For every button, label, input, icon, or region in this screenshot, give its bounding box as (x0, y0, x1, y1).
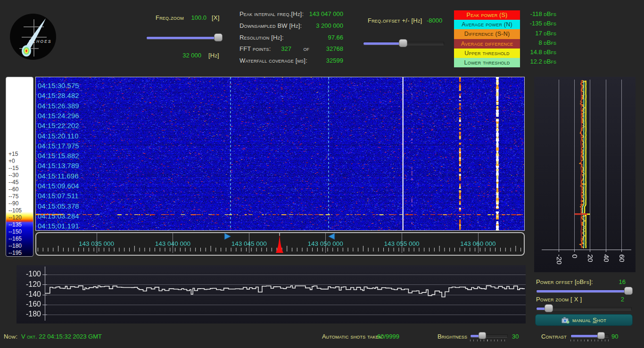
colorbar-label: --90 (8, 200, 18, 207)
info-row-downsampled-bw: Downsampled BW [Hz]: 3 200 000 (239, 22, 343, 31)
brightness-slider[interactable] (470, 332, 508, 339)
camera-plus-icon (561, 317, 570, 324)
marker-legend: Peak power (S)Average power (N)Differenc… (454, 10, 520, 67)
legend-button-upper-threshold[interactable]: Upper threshold (454, 49, 520, 58)
power-offset-slider-handle[interactable] (624, 287, 633, 295)
freq-zoom-slider[interactable] (146, 33, 222, 41)
freq-zoom-unit: [X] (212, 14, 220, 21)
colorbar-label: --165 (8, 235, 22, 242)
info-value: 97.66 (328, 34, 343, 41)
brightness-value: 30 (512, 333, 519, 340)
legend-button-average-power-n[interactable]: Average power (N) (454, 20, 520, 29)
info-label: Resolution [Hz]: (239, 34, 284, 41)
legend-button-peak-power-s[interactable]: Peak power (S) (454, 10, 520, 20)
info-row-waterfall-coverage: Waterfall coverage [ms]: 32599 (239, 57, 343, 65)
contrast-slider-handle[interactable] (597, 332, 605, 339)
power-spectrum-panel (534, 77, 636, 272)
freq-offset-label: Freq.offset +/- [Hz] (368, 17, 422, 24)
power-zoom-slider-handle[interactable] (545, 304, 553, 312)
info-label: Downsampled BW [Hz]: (239, 22, 302, 29)
waterfall-frame (35, 77, 525, 231)
colorbar-label: --135 (8, 221, 22, 228)
signal-info-panel: Peak interval freq.[Hz]: 143 047 000 Dow… (239, 10, 343, 70)
frequency-scale-frame (35, 232, 525, 256)
manual-shot-label: manual Shot (572, 316, 606, 324)
power-colorbar: +15+0--15--30--45--60--75--90--105--120-… (6, 77, 33, 257)
colorbar-label: --195 (8, 250, 22, 256)
fft-points-of: of (304, 45, 310, 52)
info-row-resolution: Resolution [Hz]: 97.66 (239, 34, 343, 42)
app-window: ECHOES Freq.zoom 100.0 [X] 32 000 [Hz] P… (0, 0, 644, 348)
legend-value: 17 dBfs (517, 29, 556, 38)
brightness-label: Brightness (438, 333, 467, 340)
legend-value: 14.8 dBfs (517, 48, 556, 57)
contrast-slider-ticks (570, 340, 609, 341)
brightness-slider-handle[interactable] (479, 332, 486, 339)
power-offset-value: 16 (585, 278, 626, 285)
fft-points-total: 32768 (326, 45, 343, 52)
shots-taken-label: Automatic shots taken: (322, 333, 383, 340)
colorbar-label: --120 (8, 214, 22, 221)
meteor-logo-icon: ECHOES (9, 13, 57, 60)
colorbar-label: --60 (8, 186, 18, 193)
colorbar-label: --30 (8, 172, 18, 178)
legend-value: -118 dBfs (517, 9, 556, 19)
contrast-slider[interactable] (570, 332, 609, 339)
marker-legend-values: -118 dBfs-135 dBfs17 dBfs8 dBfs14.8 dBfs… (517, 9, 556, 67)
waterfall-display[interactable] (36, 77, 524, 230)
contrast-label: Contrast (541, 333, 567, 340)
power-zoom-label: Power zoom [ X ] (536, 296, 582, 303)
legend-button-lower-threshold[interactable]: Lower threshold (454, 58, 520, 67)
power-spectrum-plot (534, 77, 636, 272)
info-value: 32599 (326, 57, 343, 64)
legend-value: -135 dBfs (517, 19, 556, 28)
info-value: 143 047 000 (309, 10, 343, 17)
echoes-logo: ECHOES (9, 13, 57, 60)
freq-span-value: 32 000 (178, 52, 201, 59)
fft-points-used: 327 (281, 45, 291, 52)
svg-text:ECHOES: ECHOES (29, 40, 52, 44)
legend-button-average-difference[interactable]: Average difference (454, 39, 520, 49)
frequency-scale[interactable] (36, 233, 522, 253)
freq-zoom-slider-handle[interactable] (214, 33, 223, 41)
info-row-peak-interval-freq: Peak interval freq.[Hz]: 143 047 000 (239, 10, 343, 19)
average-spectrum-panel (17, 265, 526, 324)
average-spectrum-plot (17, 265, 526, 324)
colorbar-label: +0 (8, 158, 15, 164)
power-zoom-value: 2 (585, 296, 624, 303)
info-label: Peak interval freq.[Hz]: (239, 10, 304, 17)
freq-span-unit: [Hz] (208, 52, 219, 59)
info-label: FFT points: (239, 45, 271, 52)
colorbar-label: --180 (8, 243, 22, 249)
shots-taken-value: 60/9999 (377, 333, 399, 340)
freq-zoom-label: Freq.zoom (156, 14, 184, 21)
info-value: 3 200 000 (316, 22, 343, 29)
brightness-slider-ticks (470, 340, 508, 341)
colorbar-label: --45 (8, 179, 18, 186)
legend-value: 8 dBfs (517, 38, 556, 48)
power-zoom-slider[interactable] (536, 304, 632, 312)
freq-offset-slider-handle[interactable] (399, 39, 407, 47)
colorbar-label: +15 (8, 151, 18, 157)
legend-value: 12.2 dBfs (517, 57, 556, 66)
now-value: V окт. 22 04:15:32 2023 GMT (21, 333, 102, 340)
contrast-value: 90 (611, 333, 618, 340)
freq-zoom-value: 100.0 (188, 14, 206, 21)
info-label: Waterfall coverage [ms]: (239, 57, 307, 64)
info-row-fft-points: FFT points: 327 of 32768 (239, 45, 343, 54)
colorbar-label: --15 (8, 165, 18, 171)
colorbar-label: --150 (8, 228, 22, 235)
colorbar-label: --105 (8, 207, 22, 214)
now-label: Now: (4, 333, 17, 340)
freq-offset-value: -8000 (427, 17, 442, 24)
freq-offset-slider[interactable] (363, 39, 444, 47)
legend-button-difference-s-n[interactable]: Difference (S-N) (454, 29, 520, 39)
power-offset-slider[interactable] (536, 287, 632, 294)
colorbar-label: --75 (8, 193, 18, 200)
manual-shot-button[interactable]: manual Shot (535, 314, 633, 326)
